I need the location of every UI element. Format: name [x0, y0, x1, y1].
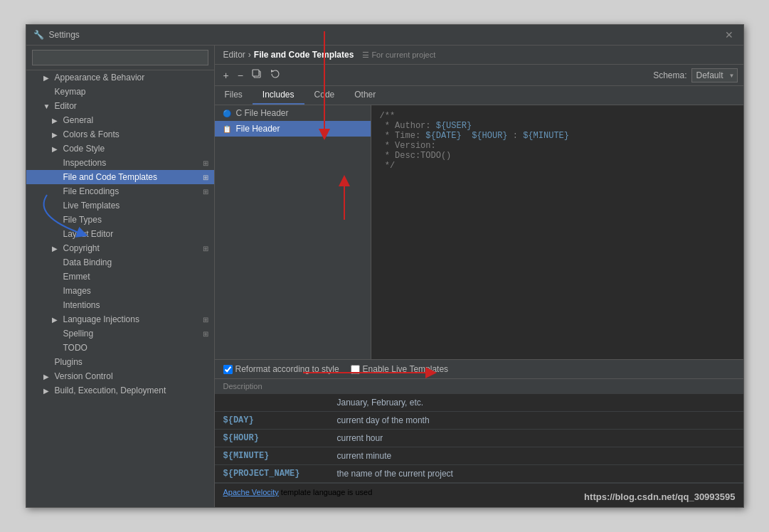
expand-arrow — [43, 88, 52, 96]
expand-arrow: ▶ — [52, 131, 60, 139]
sidebar-item-appearance[interactable]: ▶ Appearance & Behavior — [26, 70, 214, 85]
expand-arrow: ▶ — [52, 117, 60, 124]
expand-arrow — [52, 344, 60, 352]
tab-includes[interactable]: Includes — [253, 86, 304, 105]
sidebar-item-label: Build, Execution, Deployment — [55, 385, 166, 395]
schema-dropdown[interactable]: Default — [691, 68, 738, 83]
sidebar-item-file-types[interactable]: File Types — [26, 213, 214, 227]
search-bar — [26, 46, 214, 70]
sidebar-item-images[interactable]: Images — [26, 284, 214, 298]
settings-badge: ⊞ — [203, 316, 208, 324]
sidebar-item-live-templates[interactable]: Live Templates — [26, 198, 214, 213]
breadcrumb-sep: › — [248, 50, 251, 60]
description-header: Description — [215, 379, 743, 394]
sidebar-item-label: Spelling — [63, 329, 94, 339]
sidebar-item-build[interactable]: ▶ Build, Execution, Deployment — [26, 383, 214, 398]
expand-arrow — [43, 358, 52, 366]
sidebar-item-emmet[interactable]: Emmet — [26, 270, 214, 284]
sidebar-item-language-injections[interactable]: ▶ Language Injections ⊞ — [26, 312, 214, 326]
title-bar: 🔧 Settings ✕ — [26, 25, 743, 46]
expand-arrow — [52, 159, 60, 167]
expand-arrow — [52, 259, 60, 267]
sidebar-item-keymap[interactable]: Keymap — [26, 85, 214, 99]
sidebar-item-file-templates[interactable]: File and Code Templates ⊞ — [26, 170, 214, 184]
live-templates-checkbox[interactable] — [351, 365, 360, 374]
remove-button[interactable]: − — [235, 68, 246, 83]
sidebar-item-label: Emmet — [63, 272, 90, 282]
sidebar-item-inspections[interactable]: Inspections ⊞ — [26, 156, 214, 170]
sidebar-item-label: Editor — [55, 101, 77, 111]
code-editor[interactable]: /** * Author: ${USER} * Time: ${DATE} ${… — [371, 105, 743, 359]
sidebar-item-data-binding[interactable]: Data Binding — [26, 255, 214, 270]
expand-arrow — [52, 188, 60, 196]
copy-button[interactable] — [249, 68, 265, 83]
desc-cell: January, February, etc. — [329, 394, 743, 412]
expand-arrow — [52, 202, 60, 210]
template-item-file-header[interactable]: 📋 File Header — [215, 121, 371, 137]
search-input[interactable] — [32, 50, 208, 65]
sidebar-item-spelling[interactable]: Spelling ⊞ — [26, 326, 214, 341]
reformat-checkbox[interactable] — [223, 365, 233, 374]
sidebar: ▶ Appearance & Behavior Keymap ▼ Editor … — [26, 46, 215, 507]
reformat-checkbox-label[interactable]: Reformat according to style — [223, 364, 339, 374]
table-row: ${PROJECT_NAME} the name of the current … — [215, 465, 743, 483]
settings-badge: ⊞ — [203, 245, 208, 252]
sidebar-item-layout-editor[interactable]: Layout Editor — [26, 227, 214, 241]
sidebar-item-editor[interactable]: ▼ Editor — [26, 99, 214, 113]
breadcrumb-part1: Editor — [223, 50, 245, 60]
live-templates-label: Enable Live Templates — [363, 364, 449, 374]
expand-arrow — [52, 273, 60, 281]
sidebar-item-todo[interactable]: TODO — [26, 341, 214, 355]
var-cell: ${HOUR} — [215, 430, 329, 447]
add-button[interactable]: + — [221, 68, 232, 83]
breadcrumb-current: File and Code Templates — [254, 50, 354, 60]
settings-icon: 🔧 — [33, 29, 45, 41]
sidebar-item-label: Data Binding — [63, 257, 112, 267]
template-icon: 📋 — [222, 124, 232, 134]
tab-files[interactable]: Files — [215, 86, 253, 105]
sidebar-item-label: File and Code Templates — [63, 172, 158, 182]
main-content: ▶ Appearance & Behavior Keymap ▼ Editor … — [26, 46, 743, 507]
expand-arrow: ▶ — [52, 316, 60, 324]
sidebar-item-plugins[interactable]: Plugins — [26, 355, 214, 369]
desc-cell: current minute — [329, 447, 743, 465]
settings-badge: ⊞ — [203, 188, 208, 196]
expand-arrow — [52, 216, 60, 224]
sidebar-item-code-style[interactable]: ▶ Code Style — [26, 142, 214, 156]
sidebar-item-general[interactable]: ▶ General — [26, 113, 214, 127]
desc-cell: the name of the current project — [329, 465, 743, 483]
desc-cell: current hour — [329, 430, 743, 447]
sidebar-item-label: Intentions — [63, 300, 100, 310]
reset-button[interactable] — [267, 68, 283, 83]
template-item-c-header[interactable]: 🔵 C File Header — [215, 105, 371, 121]
breadcrumb: Editor › File and Code Templates ☰ For c… — [215, 46, 743, 65]
sidebar-item-copyright[interactable]: ▶ Copyright ⊞ — [26, 241, 214, 255]
sidebar-item-file-encodings[interactable]: File Encodings ⊞ — [26, 184, 214, 198]
apache-velocity-link[interactable]: Apache Velocity — [223, 488, 279, 496]
tab-code[interactable]: Code — [304, 86, 345, 105]
sidebar-item-colors-fonts[interactable]: ▶ Colors & Fonts — [26, 127, 214, 142]
template-icon: 🔵 — [222, 108, 232, 118]
template-area: 🔵 C File Header 📋 File Header /** * Auth… — [215, 105, 743, 359]
sidebar-item-intentions[interactable]: Intentions — [26, 298, 214, 312]
sidebar-item-label: Appearance & Behavior — [55, 73, 145, 83]
sidebar-item-version-control[interactable]: ▶ Version Control — [26, 369, 214, 383]
live-templates-checkbox-label[interactable]: Enable Live Templates — [351, 364, 449, 374]
sidebar-item-label: File Types — [63, 215, 102, 225]
var-cell: ${MINUTE} — [215, 447, 329, 465]
expand-arrow — [52, 302, 60, 309]
tab-other[interactable]: Other — [344, 86, 386, 105]
template-item-label: C File Header — [236, 108, 289, 118]
sidebar-item-label: Colors & Fonts — [63, 129, 120, 139]
schema-section: Schema: Default — [653, 68, 737, 83]
sidebar-item-label: Images — [63, 286, 91, 296]
expand-arrow — [52, 230, 60, 238]
footer-text: template language is used — [279, 488, 372, 496]
right-panel: Editor › File and Code Templates ☰ For c… — [215, 46, 743, 507]
bottom-panel: Reformat according to style Enable Live … — [215, 359, 743, 507]
watermark: https://blog.csdn.net/qq_30993595 — [584, 491, 735, 502]
expand-arrow: ▶ — [43, 373, 52, 381]
close-button[interactable]: ✕ — [722, 29, 736, 41]
sidebar-item-label: General — [63, 115, 94, 125]
sidebar-item-label: Language Injections — [63, 314, 139, 324]
